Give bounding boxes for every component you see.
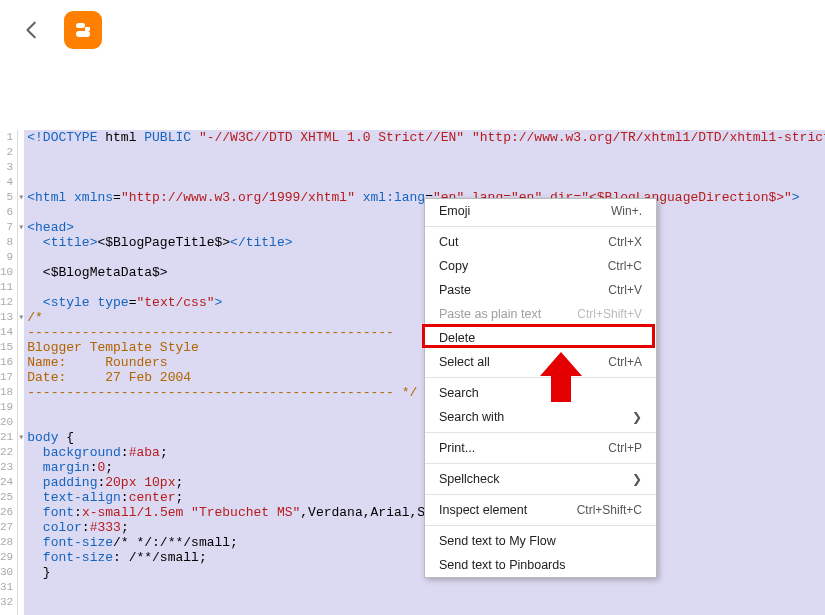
menu-item-shortcut: Win+. bbox=[611, 204, 642, 218]
menu-item-label: Send text to My Flow bbox=[439, 534, 556, 548]
menu-item-shortcut: Ctrl+X bbox=[608, 235, 642, 249]
line-number: 7 bbox=[0, 220, 13, 235]
line-number: 3 bbox=[0, 160, 13, 175]
line-number: 28 bbox=[0, 535, 13, 550]
line-number: 15 bbox=[0, 340, 13, 355]
svg-rect-2 bbox=[85, 27, 90, 31]
menu-item-label: Paste as plain text bbox=[439, 307, 541, 321]
line-number: 18 bbox=[0, 385, 13, 400]
menu-item-shortcut: Ctrl+P bbox=[608, 441, 642, 455]
menu-item-print[interactable]: Print...Ctrl+P bbox=[425, 436, 656, 460]
svg-rect-1 bbox=[76, 31, 90, 37]
line-number: 11 bbox=[0, 280, 13, 295]
app-header bbox=[0, 0, 825, 60]
line-number: 12 bbox=[0, 295, 13, 310]
line-number: 1 bbox=[0, 130, 13, 145]
line-number-gutter: 1234567891011121314151617181920212223242… bbox=[0, 130, 18, 615]
menu-item-paste[interactable]: PasteCtrl+V bbox=[425, 278, 656, 302]
line-number: 30 bbox=[0, 565, 13, 580]
menu-separator bbox=[425, 494, 656, 495]
line-number: 22 bbox=[0, 445, 13, 460]
menu-item-shortcut: Ctrl+Shift+V bbox=[577, 307, 642, 321]
menu-item-label: Select all bbox=[439, 355, 490, 369]
menu-item-search-with[interactable]: Search with❯ bbox=[425, 405, 656, 429]
line-number: 24 bbox=[0, 475, 13, 490]
blogger-logo[interactable] bbox=[64, 11, 102, 49]
svg-rect-0 bbox=[76, 23, 85, 28]
menu-item-label: Inspect element bbox=[439, 503, 527, 517]
line-number: 10 bbox=[0, 265, 13, 280]
line-number: 4 bbox=[0, 175, 13, 190]
line-number: 17 bbox=[0, 370, 13, 385]
menu-item-paste-as-plain-text: Paste as plain textCtrl+Shift+V bbox=[425, 302, 656, 326]
annotation-arrow bbox=[540, 352, 582, 406]
menu-item-label: Paste bbox=[439, 283, 471, 297]
line-number: 26 bbox=[0, 505, 13, 520]
line-number: 25 bbox=[0, 490, 13, 505]
line-number: 19 bbox=[0, 400, 13, 415]
line-number: 8 bbox=[0, 235, 13, 250]
menu-item-label: Send text to Pinboards bbox=[439, 558, 565, 572]
line-number: 6 bbox=[0, 205, 13, 220]
line-number: 2 bbox=[0, 145, 13, 160]
code-line[interactable] bbox=[27, 145, 825, 160]
menu-item-inspect-element[interactable]: Inspect elementCtrl+Shift+C bbox=[425, 498, 656, 522]
menu-item-label: Copy bbox=[439, 259, 468, 273]
blogger-icon bbox=[71, 18, 95, 42]
chevron-right-icon: ❯ bbox=[632, 410, 642, 424]
code-line[interactable] bbox=[27, 595, 825, 610]
menu-item-shortcut: Ctrl+A bbox=[608, 355, 642, 369]
line-number: 32 bbox=[0, 595, 13, 610]
menu-separator bbox=[425, 432, 656, 433]
line-number: 5 bbox=[0, 190, 13, 205]
menu-separator bbox=[425, 226, 656, 227]
menu-item-shortcut: Ctrl+V bbox=[608, 283, 642, 297]
menu-item-label: Emoji bbox=[439, 204, 470, 218]
line-number: 21 bbox=[0, 430, 13, 445]
chevron-right-icon: ❯ bbox=[632, 472, 642, 486]
back-button[interactable] bbox=[20, 18, 44, 42]
arrow-left-icon bbox=[21, 19, 43, 41]
menu-item-send-text-to-pinboards[interactable]: Send text to Pinboards bbox=[425, 553, 656, 577]
menu-item-cut[interactable]: CutCtrl+X bbox=[425, 230, 656, 254]
menu-item-label: Cut bbox=[439, 235, 458, 249]
menu-item-label: Search bbox=[439, 386, 479, 400]
menu-item-label: Print... bbox=[439, 441, 475, 455]
svg-marker-3 bbox=[540, 352, 582, 402]
line-number: 29 bbox=[0, 550, 13, 565]
code-line[interactable]: <!DOCTYPE html PUBLIC "-//W3C//DTD XHTML… bbox=[27, 130, 825, 145]
line-number: 20 bbox=[0, 415, 13, 430]
menu-item-send-text-to-my-flow[interactable]: Send text to My Flow bbox=[425, 529, 656, 553]
line-number: 14 bbox=[0, 325, 13, 340]
menu-item-label: Search with bbox=[439, 410, 504, 424]
menu-item-spellcheck[interactable]: Spellcheck❯ bbox=[425, 467, 656, 491]
code-line[interactable] bbox=[27, 580, 825, 595]
menu-item-shortcut: Ctrl+C bbox=[608, 259, 642, 273]
line-number: 9 bbox=[0, 250, 13, 265]
menu-item-label: Spellcheck bbox=[439, 472, 499, 486]
line-number: 23 bbox=[0, 460, 13, 475]
code-editor[interactable]: 1234567891011121314151617181920212223242… bbox=[0, 130, 825, 615]
menu-item-emoji[interactable]: EmojiWin+. bbox=[425, 199, 656, 223]
code-line[interactable] bbox=[27, 175, 825, 190]
menu-item-label: Delete bbox=[439, 331, 475, 345]
line-number: 13 bbox=[0, 310, 13, 325]
menu-item-delete[interactable]: Delete bbox=[425, 326, 656, 350]
menu-separator bbox=[425, 525, 656, 526]
line-number: 16 bbox=[0, 355, 13, 370]
line-number: 31 bbox=[0, 580, 13, 595]
line-number: 27 bbox=[0, 520, 13, 535]
menu-separator bbox=[425, 463, 656, 464]
code-line[interactable] bbox=[27, 160, 825, 175]
menu-item-shortcut: Ctrl+Shift+C bbox=[577, 503, 642, 517]
menu-item-copy[interactable]: CopyCtrl+C bbox=[425, 254, 656, 278]
